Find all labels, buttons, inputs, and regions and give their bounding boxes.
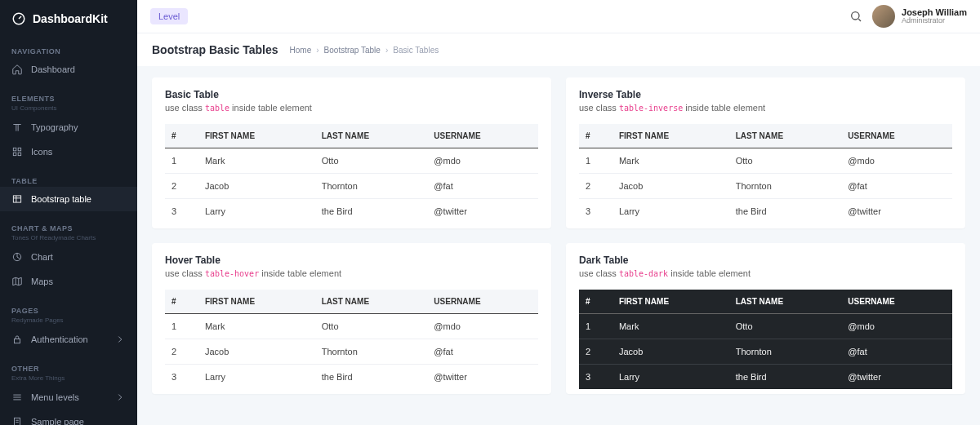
code-class: table-inverse xyxy=(619,104,683,113)
card-inverse-table: Inverse Tableuse class table-inverse ins… xyxy=(566,77,965,228)
sidebar-item-label: Dashboard xyxy=(31,64,75,74)
data-table: #FIRST NAMELAST NAMEUSERNAME1MarkOtto@md… xyxy=(165,290,538,389)
table-cell: the Bird xyxy=(315,199,428,224)
table-row: 2JacobThornton@fat xyxy=(165,339,538,365)
sidebar-item-bootstrap-table[interactable]: Bootstrap table xyxy=(0,187,137,211)
main: Level Joseph William Administrator Boots… xyxy=(137,0,980,425)
sidebar-item-label: Sample page xyxy=(31,417,84,425)
data-table: #FIRST NAMELAST NAMEUSERNAME1MarkOtto@md… xyxy=(165,124,538,224)
brand-icon xyxy=(11,11,26,26)
chevron-right-icon xyxy=(114,334,126,345)
sidebar-item-label: Bootstrap table xyxy=(31,194,91,204)
table-cell: @mdo xyxy=(427,314,538,339)
sidebar-item-label: Typography xyxy=(31,122,78,132)
table-cell: the Bird xyxy=(729,365,842,390)
breadcrumb-item[interactable]: Home xyxy=(290,46,312,55)
card-description: use class table inside table element xyxy=(165,103,538,113)
table-cell: Otto xyxy=(315,314,428,339)
sidebar-item-dashboard[interactable]: Dashboard xyxy=(0,57,137,82)
user-role: Administrator xyxy=(902,17,967,25)
sidebar-item-maps[interactable]: Maps xyxy=(0,269,137,294)
table-row: 3Larrythe Bird@twitter xyxy=(579,365,952,390)
chevron-right-icon xyxy=(114,392,126,403)
table-row: 3Larrythe Bird@twitter xyxy=(579,199,952,224)
table-cell: 1 xyxy=(165,148,198,174)
table-cell: Larry xyxy=(198,365,315,390)
card-description: use class table-inverse inside table ele… xyxy=(579,103,952,113)
card-basic-table: Basic Tableuse class table inside table … xyxy=(152,77,551,228)
table-cell: 2 xyxy=(165,339,198,365)
table-header: # xyxy=(579,124,612,148)
sidebar-item-chart[interactable]: Chart xyxy=(0,245,137,269)
table-cell: Mark xyxy=(198,314,315,339)
breadcrumb-separator: › xyxy=(316,46,318,55)
card-title: Inverse Table xyxy=(579,89,952,100)
svg-rect-1 xyxy=(13,148,16,151)
svg-point-9 xyxy=(852,12,859,20)
table-cell: 3 xyxy=(165,365,198,390)
level-badge[interactable]: Level xyxy=(150,8,188,24)
data-table: #FIRST NAMELAST NAMEUSERNAME1MarkOtto@md… xyxy=(579,124,952,224)
code-class: table-dark xyxy=(619,269,668,278)
table-header: USERNAME xyxy=(841,290,952,314)
table-row: 3Larrythe Bird@twitter xyxy=(165,365,538,390)
table-cell: @mdo xyxy=(841,148,952,174)
sidebar-item-typography[interactable]: Typography xyxy=(0,115,137,139)
card-title: Basic Table xyxy=(165,89,538,100)
table-cell: the Bird xyxy=(729,199,842,224)
table-header: # xyxy=(165,290,198,314)
table-cell: Jacob xyxy=(612,174,729,199)
type-icon xyxy=(11,122,23,133)
nav-header: CHART & MAPS xyxy=(0,218,137,234)
page-title: Bootstrap Basic Tables xyxy=(152,43,278,56)
table-cell: @fat xyxy=(841,339,952,365)
search-icon[interactable] xyxy=(849,10,862,23)
svg-rect-7 xyxy=(15,339,20,343)
table-cell: Mark xyxy=(612,148,729,174)
table-cell: 2 xyxy=(165,174,198,199)
table-row: 1MarkOtto@mdo xyxy=(579,148,952,174)
table-cell: Thornton xyxy=(315,339,428,365)
nav-header: ELEMENTS xyxy=(0,88,137,104)
table-cell: 2 xyxy=(579,339,612,365)
page-header: Bootstrap Basic Tables Home›Bootstrap Ta… xyxy=(137,33,980,66)
table-cell: Larry xyxy=(612,199,729,224)
breadcrumb-item: Basic Tables xyxy=(393,46,439,55)
page-icon xyxy=(11,416,23,425)
card-title: Dark Table xyxy=(579,255,952,266)
svg-rect-3 xyxy=(13,153,16,156)
breadcrumb-item[interactable]: Bootstrap Table xyxy=(324,46,381,55)
table-cell: @twitter xyxy=(841,365,952,390)
nav-subheader: Tones Of Readymade Charts xyxy=(0,234,137,245)
table-cell: @fat xyxy=(427,174,538,199)
table-cell: 3 xyxy=(579,199,612,224)
sidebar-item-label: Icons xyxy=(31,147,52,157)
table-row: 3Larrythe Bird@twitter xyxy=(165,199,538,224)
table-cell: Otto xyxy=(729,148,842,174)
brand-logo[interactable]: DashboardKit xyxy=(0,0,137,38)
table-cell: 1 xyxy=(579,148,612,174)
sidebar-item-sample-page[interactable]: Sample page xyxy=(0,410,137,425)
card-title: Hover Table xyxy=(165,255,538,266)
pie-icon xyxy=(11,251,23,263)
sidebar-item-label: Authentication xyxy=(31,334,88,344)
card-dark-table: Dark Tableuse class table-dark inside ta… xyxy=(566,243,965,394)
sidebar-item-authentication[interactable]: Authentication xyxy=(0,327,137,352)
table-row: 2JacobThornton@fat xyxy=(165,174,538,199)
table-cell: Jacob xyxy=(198,339,315,365)
sidebar-item-icons[interactable]: Icons xyxy=(0,139,137,164)
table-header: FIRST NAME xyxy=(612,124,729,148)
table-icon xyxy=(11,193,23,205)
table-cell: Thornton xyxy=(729,174,842,199)
nav-subheader: UI Components xyxy=(0,104,137,115)
table-header: # xyxy=(579,290,612,314)
table-cell: 1 xyxy=(165,314,198,339)
sidebar-item-menu-levels[interactable]: Menu levels xyxy=(0,385,137,410)
table-cell: @mdo xyxy=(427,148,538,174)
sidebar-item-label: Maps xyxy=(31,277,53,286)
topbar: Level Joseph William Administrator xyxy=(137,0,980,33)
user-menu[interactable]: Joseph William Administrator xyxy=(872,5,967,28)
table-cell: Thornton xyxy=(315,174,428,199)
table-cell: 3 xyxy=(165,199,198,224)
table-cell: the Bird xyxy=(315,365,428,390)
